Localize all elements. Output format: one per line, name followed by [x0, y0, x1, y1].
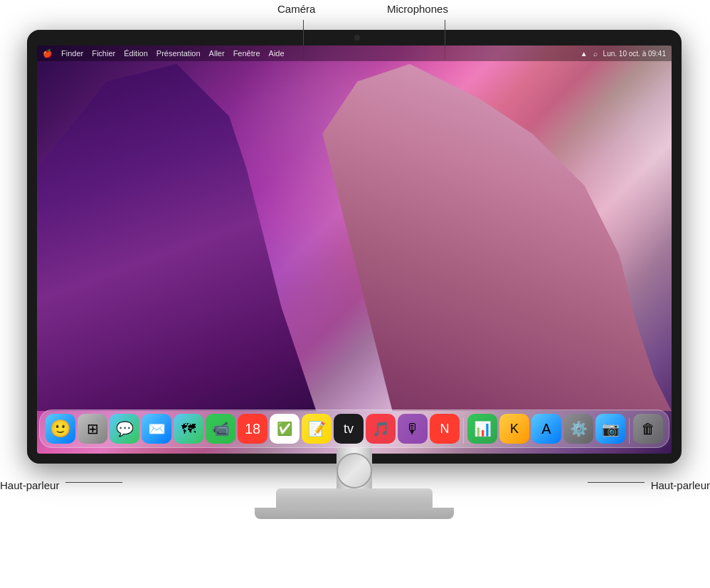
dock-icon-reminders[interactable]: ✅: [270, 414, 300, 444]
menubar-fichier[interactable]: Fichier: [92, 49, 115, 58]
dock-icon-podcasts[interactable]: 🎙: [398, 414, 428, 444]
menubar-presentation[interactable]: Présentation: [157, 49, 201, 58]
annotation-labels: Caméra Microphones: [0, 0, 710, 43]
dock-separator: [463, 418, 464, 444]
dock-icon-numbers[interactable]: 📊: [467, 414, 497, 444]
dock-icon-launchpad[interactable]: ⊞: [78, 414, 107, 444]
dock-separator-2: [629, 418, 630, 444]
right-speaker-line: [588, 482, 645, 483]
dock-container: 🙂 ⊞ 💬 ✉️ 🗺 📹 18 ✅ 📝: [39, 410, 669, 448]
dock-icon-keynote[interactable]: K: [499, 414, 529, 444]
apple-menu[interactable]: 🍎: [43, 49, 53, 58]
menubar[interactable]: 🍎 Finder Fichier Édition Présentation Al…: [37, 46, 672, 61]
menubar-aide[interactable]: Aide: [269, 49, 285, 58]
monitor-bezel: 🍎 Finder Fichier Édition Présentation Al…: [27, 30, 682, 464]
dock-icon-screenshot[interactable]: 📷: [595, 414, 625, 444]
dock-icon-appletv[interactable]: tv: [334, 414, 364, 444]
dock-icon-systemprefs[interactable]: ⚙️: [563, 414, 593, 444]
dock-icon-music[interactable]: 🎵: [366, 414, 396, 444]
left-speaker-line: [65, 482, 122, 483]
dock: 🙂 ⊞ 💬 ✉️ 🗺 📹 18 ✅ 📝: [39, 410, 669, 448]
monitor: 🍎 Finder Fichier Édition Présentation Al…: [27, 30, 682, 528]
menubar-wifi-icon[interactable]: ▲: [581, 50, 588, 58]
dock-icon-mail[interactable]: ✉️: [142, 414, 171, 444]
dock-icon-finder[interactable]: 🙂: [46, 414, 75, 444]
menubar-finder[interactable]: Finder: [61, 49, 83, 58]
menubar-fenetre[interactable]: Fenêtre: [233, 49, 260, 58]
camera-label: Caméra: [277, 3, 315, 15]
dock-icon-messages[interactable]: 💬: [110, 414, 139, 444]
mountain-left: [37, 64, 386, 411]
menubar-datetime: Lun. 10 oct. à 09:41: [603, 50, 666, 58]
dock-icon-maps[interactable]: 🗺: [174, 414, 203, 444]
menubar-edition[interactable]: Édition: [124, 49, 148, 58]
menubar-search-icon[interactable]: ⌕: [593, 50, 598, 58]
screen: 🍎 Finder Fichier Édition Présentation Al…: [37, 46, 672, 454]
menubar-right: ▲ ⌕ Lun. 10 oct. à 09:41: [581, 50, 666, 58]
monitor-stand-circle: [337, 453, 372, 488]
dock-icon-notes[interactable]: 📝: [302, 414, 332, 444]
monitor-stand-base-bottom: [255, 508, 454, 519]
menubar-left: 🍎 Finder Fichier Édition Présentation Al…: [43, 49, 285, 58]
mountain-right: [322, 64, 672, 411]
microphones-label: Microphones: [387, 3, 448, 15]
dock-icon-appstore[interactable]: A: [531, 414, 561, 444]
dock-icon-calendar[interactable]: 18: [238, 414, 267, 444]
menubar-aller[interactable]: Aller: [209, 49, 225, 58]
dock-icon-news[interactable]: N: [430, 414, 460, 444]
dock-icon-facetime[interactable]: 📹: [206, 414, 235, 444]
dock-icon-trash[interactable]: 🗑: [633, 414, 663, 444]
wallpaper: [37, 46, 672, 454]
